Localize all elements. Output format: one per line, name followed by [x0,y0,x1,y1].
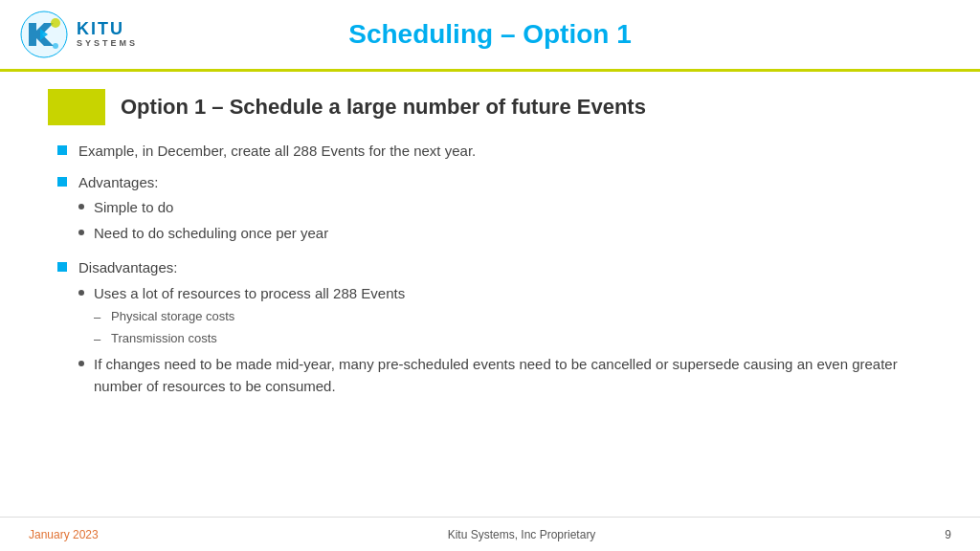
sub-bullet-text: If changes need to be made mid-year, man… [94,354,932,397]
sub-sub-list: – Physical storage costs – Transmission … [94,307,932,348]
bullet-text: Advantages: [78,174,158,190]
logo-area: KITU SYSTEMS [19,10,138,59]
list-item: Uses a lot of resources to process all 2… [78,283,932,351]
list-item: If changes need to be made mid-year, man… [78,354,932,397]
dot-bullet-icon [78,230,84,235]
square-bullet-icon [57,262,67,272]
dot-bullet-icon [78,290,84,296]
list-item: Need to do scheduling once per year [78,223,932,245]
header: KITU SYSTEMS Scheduling – Option 1 [0,0,980,72]
bullet-content: Advantages: Simple to do Need to do sche… [78,172,932,249]
footer-date: January 2023 [29,528,99,541]
footer: January 2023 Kitu Systems, Inc Proprieta… [0,517,980,551]
dash-bullet-text: Physical storage costs [111,307,234,326]
sub-list: Uses a lot of resources to process all 2… [78,283,932,398]
dash-bullet-text: Transmission costs [111,329,217,348]
footer-page-number: 9 [945,528,951,541]
list-item: – Physical storage costs [94,307,932,327]
kitu-logo-icon [19,10,69,59]
list-item: Example, in December, create all 288 Eve… [57,141,932,163]
section-heading-row: Option 1 – Schedule a large number of fu… [48,89,932,125]
bullet-content: Disadvantages: Uses a lot of resources t… [78,257,932,401]
page-title: Scheduling – Option 1 [348,19,632,50]
list-item: Simple to do [78,197,932,219]
sub-bullet-content: Uses a lot of resources to process all 2… [94,283,932,351]
sub-list: Simple to do Need to do scheduling once … [78,197,932,244]
svg-point-3 [51,18,60,28]
dash-bullet-icon: – [94,330,103,349]
square-bullet-icon [57,177,67,187]
green-accent-bar [48,89,105,125]
content-area: Option 1 – Schedule a large number of fu… [0,72,980,420]
list-item: Advantages: Simple to do Need to do sche… [57,172,932,249]
logo-text-kitu: KITU [77,20,138,39]
list-item: – Transmission costs [94,329,932,349]
sub-bullet-text: Uses a lot of resources to process all 2… [94,285,405,301]
section-heading: Option 1 – Schedule a large number of fu… [121,95,646,120]
dot-bullet-icon [78,204,84,209]
sub-bullet-text: Need to do scheduling once per year [94,223,932,245]
svg-point-4 [53,43,58,49]
list-item: Disadvantages: Uses a lot of resources t… [57,257,932,401]
footer-company: Kitu Systems, Inc Proprietary [448,528,596,541]
bullet-text: Example, in December, create all 288 Eve… [78,141,932,163]
logo-text-systems: SYSTEMS [77,39,138,49]
bullet-text: Disadvantages: [78,259,177,276]
main-bullet-list: Example, in December, create all 288 Eve… [48,141,932,401]
dash-bullet-icon: – [94,308,103,327]
dot-bullet-icon [78,361,84,366]
square-bullet-icon [57,145,67,155]
sub-bullet-text: Simple to do [94,197,932,219]
